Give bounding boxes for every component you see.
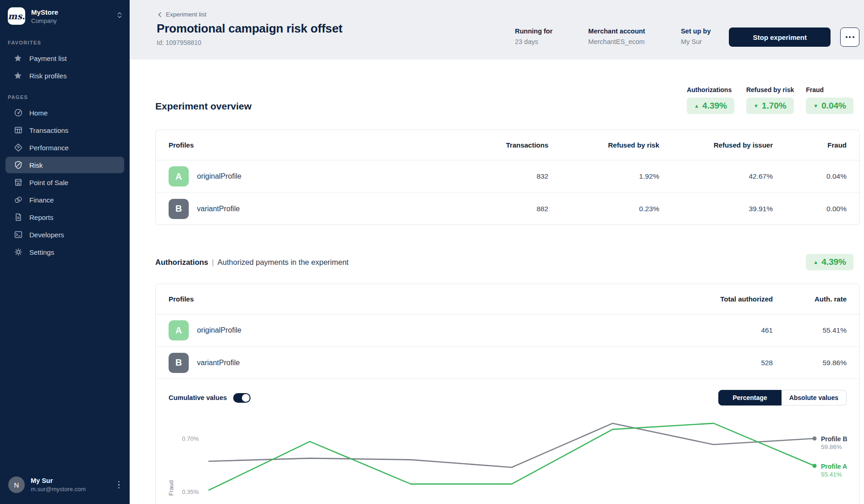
authorizations-card: Profiles Total authorized Auth. rate Aor… [155, 284, 860, 504]
user-account[interactable]: N My Sur m.sur@mystore.com [0, 477, 130, 504]
cell-refused-by-risk: 1.92% [548, 172, 659, 181]
breadcrumb[interactable]: Experiment list [157, 11, 207, 18]
cell-total-authorized: 528 [633, 359, 773, 367]
table-header-row: Profiles Total authorized Auth. rate [156, 284, 859, 314]
meta-label: Running for [515, 27, 552, 35]
cell-transactions: 832 [457, 172, 548, 181]
breadcrumb-label: Experiment list [166, 11, 207, 18]
column-header: Refused by risk [548, 141, 659, 149]
more-options-button[interactable] [840, 27, 859, 47]
fraud-chart: 0.70%0.35%FraudProfile B59.86%Profile A5… [156, 410, 859, 504]
sidebar-item-risk[interactable]: Risk [5, 157, 124, 173]
table-icon [14, 126, 23, 135]
legend-value-profile-b: 59.86% [821, 444, 842, 450]
user-name: My Sur [31, 477, 86, 484]
toggle-knob [242, 394, 250, 402]
separator: | [212, 258, 214, 266]
cumulative-values-label: Cumulative values [169, 394, 227, 401]
kpi-label: Fraud [806, 86, 853, 93]
cell-refused-by-issuer: 42.67% [659, 172, 773, 181]
sidebar-item-label: Risk [29, 161, 43, 169]
table-header-row: Profiles Transactions Refused by risk Re… [156, 130, 859, 160]
chart-line-profile-a [209, 423, 815, 490]
company-logo: ms. [8, 7, 25, 25]
chevron-left-icon [157, 11, 163, 18]
chart-line-profile-b [209, 423, 815, 467]
kpi-value: 4.39% [702, 101, 727, 111]
end-dot-profile-b [813, 437, 817, 441]
kpi-fraud: Fraud ▼0.04% [806, 86, 853, 114]
storefront-icon [14, 178, 23, 187]
user-email: m.sur@mystore.com [31, 486, 86, 493]
stop-experiment-button[interactable]: Stop experiment [729, 27, 831, 47]
profile-b-badge: B [169, 199, 189, 219]
profile-name: variantProfile [197, 205, 240, 213]
sidebar-item-label: Payment list [29, 55, 67, 62]
legend-name-profile-a: Profile A [821, 463, 847, 470]
meta-label: Set up by [681, 27, 711, 35]
column-header: Refused by issuer [659, 141, 773, 149]
coins-icon [14, 195, 23, 204]
sidebar-item-label: Performance [29, 144, 69, 152]
gear-icon [14, 247, 23, 257]
section-title-bold: Authorizations [155, 258, 208, 266]
sidebar-item-label: Home [29, 109, 48, 117]
trend-up-icon: ▲ [694, 103, 699, 109]
y-axis-label: Fraud [168, 480, 175, 496]
pages-section-label: PAGES [0, 94, 130, 100]
sidebar-item-developers[interactable]: Developers [5, 226, 124, 243]
sidebar-item-settings[interactable]: Settings [5, 244, 124, 260]
profile-b-badge: B [169, 353, 189, 373]
cell-refused-by-risk: 0.23% [548, 205, 659, 213]
table-row: BvariantProfile 882 0.23% 39.91% 0.00% [156, 192, 859, 225]
meta-merchant-account: Merchant account MerchantES_ecom [588, 27, 645, 45]
value-mode-segmented-control: Percentage Absolute values [718, 390, 847, 405]
column-header: Profiles [156, 141, 457, 149]
sidebar-item-finance[interactable]: Finance [5, 192, 124, 208]
content: Experiment overview Authorizations ▲4.39… [130, 86, 864, 504]
section-subtitle: Authorized payments in the experiment [218, 258, 349, 266]
section-title-experiment-overview: Experiment overview [155, 101, 252, 114]
kpi-value: 0.04% [821, 101, 846, 111]
profile-name: originalProfile [197, 172, 241, 181]
favorites-section-label: FAVORITES [0, 40, 130, 45]
column-header: Transactions [457, 141, 548, 149]
kpi-authorizations-badge: ▲4.39% [806, 254, 853, 270]
legend-name-profile-b: Profile B [821, 435, 848, 443]
avatar: N [8, 477, 25, 493]
sidebar-item-transactions[interactable]: Transactions [5, 122, 124, 138]
overview-table: Profiles Transactions Refused by risk Re… [155, 130, 860, 225]
user-menu-kebab-icon[interactable] [115, 478, 123, 492]
sidebar-item-home[interactable]: Home [5, 104, 124, 121]
sidebar-item-performance[interactable]: Performance [5, 139, 124, 156]
kpi-refused-by-risk: Refused by risk ▼1.70% [746, 86, 794, 114]
main-area: Experiment list Promotional campaign ris… [130, 0, 864, 504]
company-name: MyStore [31, 8, 116, 16]
column-header: Profiles [156, 295, 633, 303]
y-axis-tick: 0.35% [182, 488, 199, 495]
sidebar-item-payment-list[interactable]: Payment list [5, 50, 124, 66]
diamond-icon [14, 143, 23, 152]
fraud-chart-svg: 0.70%0.35%FraudProfile B59.86%Profile A5… [156, 410, 859, 504]
column-header: Auth. rate [773, 295, 859, 303]
cell-auth-rate: 55.41% [773, 326, 859, 334]
gauge-icon [14, 108, 23, 117]
sidebar-item-point-of-sale[interactable]: Point of Sale [5, 174, 124, 191]
profile-name: originalProfile [197, 326, 241, 334]
legend-value-profile-a: 55.41% [821, 471, 842, 478]
unfold-more-icon [116, 11, 123, 21]
document-icon [14, 213, 23, 222]
table-row: AoriginalProfile 832 1.92% 42.67% 0.04% [156, 160, 859, 192]
y-axis-tick: 0.70% [182, 435, 199, 442]
kpi-value: 1.70% [762, 101, 787, 111]
company-switcher[interactable]: ms. MyStore Company [0, 0, 130, 25]
segment-absolute-values[interactable]: Absolute values [782, 390, 847, 405]
cumulative-values-toggle[interactable] [233, 393, 251, 403]
sidebar-item-risk-profiles[interactable]: Risk profiles [5, 67, 124, 84]
section-title-authorizations: Authorizations|Authorized payments in th… [155, 258, 349, 267]
segment-percentage[interactable]: Percentage [718, 390, 781, 405]
page-header: Experiment list Promotional campaign ris… [130, 0, 864, 60]
sidebar-item-reports[interactable]: Reports [5, 209, 124, 225]
trend-down-icon: ▼ [754, 103, 759, 109]
company-type: Company [31, 17, 116, 24]
